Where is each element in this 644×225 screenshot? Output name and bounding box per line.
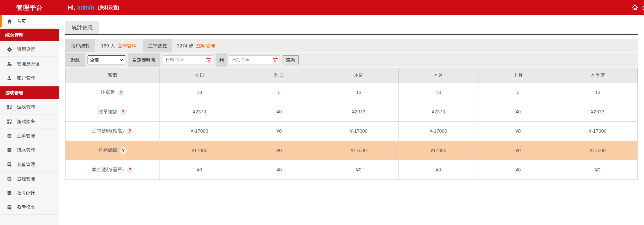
sidebar-item-label: 充值管理 [17,161,35,167]
table-row: 盈虧總額?¥17000¥0¥17000¥17000¥0¥17000 [66,141,638,160]
sidebar-item[interactable]: 充值管理 [0,157,59,172]
value-cell: ¥2373 [160,102,239,122]
column-header: 類型 [66,68,160,83]
game-filter-cell: 全部 [85,53,128,67]
date-from-input[interactable] [163,55,213,64]
value-cell: 0 [239,83,319,102]
manage-accounts-link[interactable]: 立即管理 [118,43,137,49]
sidebar-item-label: 游戏赔率 [17,118,35,125]
value-cell: ¥0 [239,141,319,160]
main-content: 統計信息 賬戶總數 169 人 立即管理 注單總數 3274 條 立即管理 遊戲… [59,15,644,225]
sidebar-item-label: 注单管理 [17,133,35,139]
value-cell: ¥0 [478,160,558,180]
bet-total-label: 注單總數 [143,39,172,52]
sidebar-item-label: 盈亏报表 [17,204,35,210]
report-icon [6,133,12,139]
value-cell: ¥0 [478,122,558,141]
user-icon [6,75,12,81]
sidebar-item-label: 游戏管理 [17,104,35,110]
row-type-cell: 注單總額? [66,102,160,122]
query-button[interactable]: 查詢 [283,55,299,64]
date-to-cell: 31 查詢 [227,53,638,67]
tab-statistics[interactable]: 統計信息 [65,21,99,34]
sidebar-item-label: 流水管理 [17,147,35,153]
bet-total-count: 3274 條 [177,43,193,49]
help-icon[interactable]: ? [120,109,127,115]
value-cell: 13 [558,83,637,102]
help-icon[interactable]: ? [127,167,133,173]
sidebar-item-label: 盈亏统计 [17,190,35,196]
sidebar-item[interactable]: 提现管理 [0,172,59,186]
game-filter-label: 遊戲 [65,53,85,67]
value-cell: 13 [160,83,239,102]
brand-title: 管理平台 [0,0,59,15]
value-cell: ¥-17000 [399,122,478,141]
value-cell: ¥-17000 [319,122,399,141]
username: admin [77,4,94,11]
help-icon[interactable]: ? [118,89,124,96]
row-label: 注單總額 [98,109,118,114]
value-cell: ¥2373 [399,102,478,122]
value-cell: 0 [478,83,558,102]
sidebar-item[interactable]: 账户管理 [0,71,59,85]
column-header: 昨日 [239,68,319,83]
report-icon [6,162,12,167]
sidebar-item[interactable]: 盈亏报表 [0,200,59,215]
greeting-text: Hi, [68,4,75,11]
tab-label: 統計信息 [72,24,93,31]
column-header: 本周 [319,68,399,83]
sidebar-section-header[interactable]: 综合管理 [0,29,59,41]
row-type-cell: 注單總額(輸贏)? [66,122,160,141]
row-label: 盈虧總額 [98,148,118,153]
grid-icon [6,119,12,125]
sidebar-item[interactable]: 流水管理 [0,143,59,157]
game-select[interactable]: 全部 [88,55,125,64]
user-greeting: Hi, admin [资料设置] [68,0,119,15]
value-cell: ¥0 [239,122,319,141]
bet-total-value: 3274 條 立即管理 [172,39,220,52]
value-cell: ¥17000 [558,141,637,160]
row-type-cell: 注單數? [66,83,160,102]
report-icon [6,147,12,153]
value-cell: ¥0 [319,160,399,180]
statistics-table: 類型今日昨日本周本月上月本季度 注單數?1301313013注單總額?¥2373… [65,68,638,180]
top-header: 管理平台 Hi, admin [资料设置] [0,0,644,15]
profile-settings-link[interactable]: [资料设置] [98,5,119,11]
account-total-count: 169 人 [101,43,115,49]
table-header-row: 類型今日昨日本周本月上月本季度 [66,68,638,83]
sidebar-item[interactable]: 盈亏统计 [0,186,59,200]
sidebar-section-header[interactable]: 游戏管理 [0,86,59,99]
sidebar-item[interactable]: 通用设置 [0,42,59,57]
manage-bets-link[interactable]: 立即管理 [196,43,215,49]
sidebar-sections: 综合管理通用设置管理员管理账户管理游戏管理游戏管理游戏赔率注单管理流水管理充值管… [0,29,59,215]
value-cell: 13 [319,83,399,102]
sidebar-item[interactable]: 游戏赔率 [0,114,59,129]
sidebar-item-label: 管理员管理 [17,61,40,67]
sidebar-item[interactable]: 游戏管理 [0,100,59,114]
sidebar-item[interactable]: 注单管理 [0,129,59,143]
value-cell: ¥0 [558,160,637,180]
table-body: 注單數?1301313013注單總額?¥2373¥0¥2373¥2373¥0¥2… [66,83,638,180]
help-icon[interactable]: ? [127,128,133,135]
sidebar: 首页 综合管理通用设置管理员管理账户管理游戏管理游戏管理游戏赔率注单管理流水管理… [0,15,59,225]
admin-dashboard: 管理平台 Hi, admin [资料设置] 首页 综合管理通用设置管理员管理账户… [0,0,644,225]
value-cell: ¥17000 [319,141,399,160]
table-row: 注單總額(輸贏)?¥-17000¥0¥-17000¥-17000¥0¥-1700… [66,122,638,141]
report-icon [6,205,12,210]
sidebar-item-home[interactable]: 首页 [0,15,59,28]
table-row: 注單總額?¥2373¥0¥2373¥2373¥0¥2373 [66,102,638,122]
help-icon[interactable]: ? [120,147,127,154]
logout-power-icon[interactable] [642,4,644,11]
home-icon [6,18,12,24]
sidebar-item[interactable]: 管理员管理 [0,57,59,71]
header-icons [631,0,644,15]
home-icon[interactable] [631,4,638,11]
column-header: 本月 [399,68,478,83]
grid-icon [6,104,12,110]
column-header: 上月 [478,68,558,83]
table-row: 本金總額(贏單)?¥0¥0¥0¥0¥0¥0 [66,160,638,180]
value-cell: ¥17000 [160,141,239,160]
stats-summary-bar: 賬戶總數 169 人 立即管理 注單總數 3274 條 立即管理 [65,39,638,52]
tab-underline [65,34,638,35]
date-to-input[interactable] [229,55,279,64]
